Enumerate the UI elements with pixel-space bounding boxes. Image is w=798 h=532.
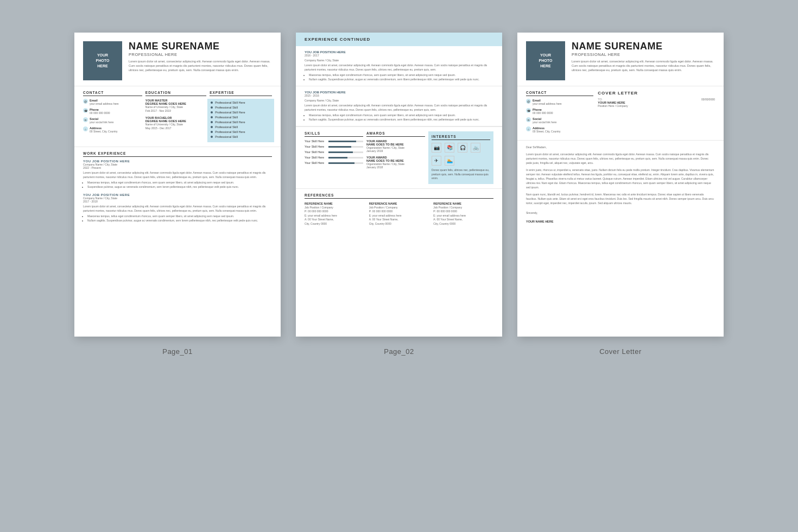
references: REFERENCES REFERENCE NAME Job Position /… (296, 188, 502, 231)
cover-letter-right: COVER LETTER TO YOUR NAME HERE Position … (598, 91, 715, 136)
p2-skills: SKILLS Your Skill Here Your Skill Here Y… (305, 131, 366, 184)
cover-header-info: NAME SURENAME PROFESSIONAL HERE Lorem ip… (572, 41, 715, 80)
swim-icon: 🏊 (445, 156, 454, 166)
cover-phone-icon: ☎ (526, 108, 531, 113)
cover-label: Cover Letter (599, 347, 642, 356)
skill-bar-5: Your Skill Here (305, 161, 363, 164)
skill-item: Professional Skill Here (211, 111, 271, 114)
expertise-title: EXPERTISE (210, 91, 272, 96)
ref-list: REFERENCE NAME Job Position / Company P:… (305, 201, 493, 226)
contact-address: ⌂ Address 00 Street, City, Country (83, 126, 142, 133)
page1-header: YOUR PHOTO HERE NAME SURENAME PROFESSION… (74, 33, 281, 86)
skills-title: SKILLS (305, 131, 363, 137)
contact-phone: ☎ Phone 00 000 000 0000 (83, 108, 142, 115)
skill-item: Professional Skill (211, 135, 271, 138)
contact-email: @ Email your email address here (83, 99, 142, 105)
p2-interests: INTERESTS 📷 📚 🎧 🚲 ✈ 🏊 Donec quam felis, … (428, 131, 493, 184)
p1-name: NAME SURENAME (129, 41, 272, 52)
salutation: Dear Sir/Madam, (526, 145, 715, 149)
page1: YOUR PHOTO HERE NAME SURENAME PROFESSION… (74, 33, 281, 337)
skill-bar-2: Your Skill Here (305, 145, 363, 148)
page1-wrapper: YOUR PHOTO HERE NAME SURENAME PROFESSION… (74, 33, 281, 356)
cover-address: ⌂ Address 00 Street, City, Country (526, 126, 593, 133)
phone-icon: ☎ (83, 108, 88, 113)
contact-title: CONTACT (83, 91, 142, 96)
skill-bar-3: Your Skill Here (305, 150, 363, 154)
job-2-bullets: Maecenas tempus, tellus eget condimentum… (83, 214, 272, 223)
skill-item: Professional Skill (211, 125, 271, 129)
p2-awards: AWARDS YOUR AWARDNAME GOES TO BE HERE Or… (366, 131, 428, 184)
book-icon: 📚 (445, 143, 454, 153)
cover-wrapper: YOUR PHOTO HERE NAME SURENAME PROFESSION… (517, 33, 724, 356)
page2-label: Page_02 (384, 347, 414, 356)
p1-contact-col: CONTACT @ Email your email address here … (83, 91, 145, 142)
p1-three-col: CONTACT @ Email your email address here … (74, 86, 281, 147)
signature-name: YOUR NAME HERE (526, 219, 715, 224)
p1-header-info: NAME SURENAME PROFESSIONAL HERE Lorem ip… (129, 41, 272, 73)
cover-email: @ Email your email address here (526, 99, 593, 105)
cover-profession: PROFESSIONAL HERE (572, 52, 715, 57)
edu-master: YOUR MASTERDEGREE NAME GOES HERE Name of… (145, 99, 206, 113)
email-icon: @ (83, 99, 88, 104)
cover-address-icon: ⌂ (526, 126, 531, 131)
cover-two-col: CONTACT @ Email your email address here … (517, 86, 724, 141)
p1-education-col: EDUCATION YOUR MASTERDEGREE NAME GOES HE… (145, 91, 210, 142)
social-icon: in (83, 117, 88, 122)
cover-page: YOUR PHOTO HERE NAME SURENAME PROFESSION… (517, 33, 724, 337)
contact-social: in Social your social link here (83, 117, 142, 124)
award-2: YOUR AWARDNAME GOES TO BE HERE Organizat… (366, 156, 425, 169)
p2-bottom-three: SKILLS Your Skill Here Your Skill Here Y… (296, 126, 502, 188)
job-1-bullets: Maecenas tempus, tellus eget condimentum… (83, 181, 272, 189)
cover-social-icon: in (526, 117, 531, 122)
cover-email-icon: @ (526, 99, 531, 104)
awards-title: AWARDS (366, 131, 425, 137)
cover-para-3: Nam quam nunc, blandit vel, luctus pulvi… (526, 192, 715, 205)
closing: Sincerely, (526, 211, 715, 215)
skill-item: Professional Skill Here (211, 121, 271, 124)
page2: EXPERIENCE CONTINUED YOU JOB POSITION HE… (296, 33, 502, 337)
edu-bachelor: YOUR BACHELORDEGREE NAME GOES HERE Name … (145, 116, 206, 130)
skill-item: Professional Skill Here (211, 101, 271, 104)
skill-bar-1: Your Skill Here (305, 140, 363, 143)
interest-icons: 📷 📚 🎧 🚲 ✈ 🏊 (432, 143, 490, 166)
p2-job-1: YOU JOB POSITION HERE 2016 - 2017 Compan… (296, 46, 502, 86)
page1-label: Page_01 (162, 347, 193, 356)
cover-social: in Social your social link here (526, 117, 593, 124)
address-icon: ⌂ (83, 126, 88, 131)
cover-body: Dear Sir/Madam, Lorem ipsum dolor sit am… (517, 141, 724, 229)
photo-placeholder-p1: YOUR PHOTO HERE (83, 41, 122, 80)
p2-exp-title: EXPERIENCE CONTINUED (296, 33, 502, 46)
job-2: YOU JOB POSITION HERE Company Name / Cit… (83, 193, 272, 223)
interests-title: INTERESTS (432, 135, 490, 140)
page2-wrapper: EXPERIENCE CONTINUED YOU JOB POSITION HE… (296, 33, 502, 356)
references-title: REFERENCES (305, 193, 493, 199)
cover-header: YOUR PHOTO HERE NAME SURENAME PROFESSION… (517, 33, 724, 86)
skill-item: Professional Skill (211, 116, 271, 119)
skill-bar-4: Your Skill Here (305, 156, 363, 159)
p1-expertise-col: EXPERTISE Professional Skill Here Profes… (210, 91, 272, 142)
pages-container: YOUR PHOTO HERE NAME SURENAME PROFESSION… (74, 33, 724, 356)
cover-header-desc: Lorem ipsum dolor sit amet, consectetur … (572, 59, 715, 73)
work-experience: WORK EXPERIENCE YOU JOB POSITION HERE Co… (74, 147, 281, 227)
cover-name: NAME SURENAME (572, 41, 715, 52)
award-1: YOUR AWARDNAME GOES TO BE HERE Organizat… (366, 140, 425, 153)
cover-letter-title: COVER LETTER (598, 91, 715, 96)
ref-3: REFERENCE NAME Job Position / Company P:… (433, 201, 493, 226)
cover-para-2: In enim justo, rhoncus ut, imperdiet a, … (526, 168, 715, 189)
cover-contact-title: CONTACT (526, 91, 593, 96)
p2-job2-bullets: Maecenas tempus, tellus eget condimentum… (305, 113, 493, 122)
interests-desc: Donec quam felis, ultrices nec, pellente… (432, 168, 490, 181)
skill-item: Professional Skill (211, 106, 271, 109)
photo-placeholder-cover: YOUR PHOTO HERE (526, 41, 565, 80)
cover-contact: CONTACT @ Email your email address here … (526, 91, 598, 136)
p1-desc: Lorem ipsum dolor sit amet, consectetur … (129, 59, 272, 73)
bike-icon: 🚲 (471, 143, 480, 153)
ref-1: REFERENCE NAME Job Position / Company P:… (305, 201, 365, 226)
work-title: WORK EXPERIENCE (83, 151, 272, 157)
p1-profession: PROFESSIONAL HERE (129, 52, 272, 57)
education-title: EDUCATION (145, 91, 206, 96)
camera-icon: 📷 (432, 143, 441, 153)
ref-2: REFERENCE NAME Job Position / Company P:… (369, 201, 429, 226)
headphones-icon: 🎧 (458, 143, 467, 153)
job-1: YOU JOB POSITION HERE Company Name / Cit… (83, 160, 272, 189)
